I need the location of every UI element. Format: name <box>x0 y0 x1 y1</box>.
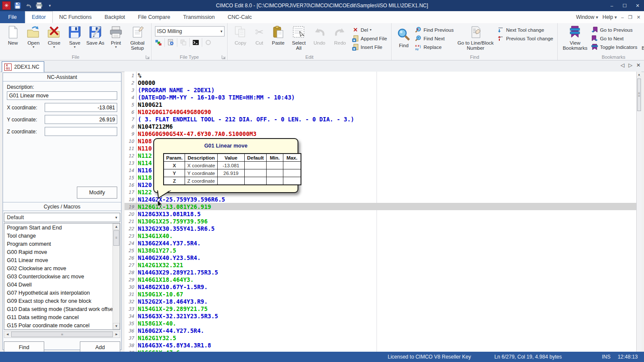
code-line[interactable]: 25 N138G1Y27.5 <box>125 247 636 254</box>
add-bookmark-button[interactable]: Add Bookmark <box>639 24 644 51</box>
quick-undo-icon[interactable] <box>24 2 32 9</box>
code-line[interactable]: 29 N146G1X18.464Y3. <box>125 276 636 283</box>
code-line[interactable]: 38 N164G3X-45.8Y34.3R1.8 <box>125 341 636 349</box>
scrollbar-thumb[interactable]: ≡ <box>113 230 119 246</box>
code-line[interactable]: 33 N154G1X-29.289Y21.75 <box>125 305 636 312</box>
goto-previous-bookmark-button[interactable]: Go to Previous <box>591 26 637 33</box>
code-line[interactable]: 6 N102G0G17G40G49G80G90 <box>125 108 636 115</box>
goto-line-button[interactable]: Go to Line/Block Number <box>456 24 496 51</box>
code-line[interactable]: 23 N134G1X40. <box>125 232 636 239</box>
document-tab[interactable]: XG1 2DEX1.NC <box>2 61 44 72</box>
description-input[interactable] <box>7 91 117 100</box>
file-type-group-launcher-icon[interactable] <box>222 54 226 59</box>
scroll-up-icon[interactable]: ▲ <box>637 72 641 77</box>
cycles-macros-list-item[interactable]: G09 Exact stop check for one block <box>4 297 113 305</box>
code-line[interactable]: 24 N136G2X44.Y37.5R4. <box>125 239 636 247</box>
code-line[interactable]: 36 N160G2X-44.Y27.5R4. <box>125 327 636 334</box>
help-menu[interactable]: Help ▾ <box>602 14 617 20</box>
close-file-button[interactable]: Close ▾ <box>44 24 64 49</box>
cycles-macros-list-item[interactable]: G11 Data setting mode cancel <box>4 313 113 321</box>
view-bookmarks-button[interactable]: View Bookmarks <box>560 24 589 51</box>
scroll-left-icon[interactable]: ◄ <box>4 331 11 338</box>
file-type-select[interactable]: ISO Milling ▾ <box>155 26 225 36</box>
cycles-macros-list-item[interactable]: G10 Data setting mode (Standard work off… <box>4 305 113 313</box>
editor-scrollbar-thumb[interactable]: ≡≡ <box>637 78 641 111</box>
code-line[interactable]: 7 ( 3. FLAT ENDMILL TOOL - 212 DIA. OFF.… <box>125 115 636 123</box>
code-line[interactable]: 28 N144G3X29.289Y21.75R3.5 <box>125 268 636 276</box>
x-coordinate-input[interactable] <box>45 103 117 112</box>
previous-tool-change-button[interactable]: Previous Tool change <box>498 35 553 42</box>
code-line[interactable]: 3 (PROGRAM NAME - 2DEX1) <box>125 86 636 94</box>
cycles-macros-list-item[interactable]: G00 Rapid move <box>4 248 113 256</box>
cycles-macros-list-item[interactable]: Program Start and End <box>4 223 113 232</box>
code-line[interactable]: 8 N104T212M6 <box>125 123 636 130</box>
minimize-button[interactable]: – <box>605 0 618 11</box>
cycles-list-scrollbar[interactable]: ▲ ≡ ▼ <box>112 223 120 329</box>
global-setup-button[interactable]: Global Setup <box>126 24 149 51</box>
code-line[interactable]: 2 O0000 <box>125 79 636 86</box>
code-line[interactable]: 22 N132G2X30.355Y41.5R6.5 <box>125 225 636 232</box>
tab-scroll-left-icon[interactable]: ◁ <box>620 62 624 68</box>
quick-access-dropdown-icon[interactable]: ▾ <box>46 2 54 9</box>
insert-file-button[interactable]: Insert File <box>352 43 387 51</box>
tab-close-icon[interactable]: ✕ <box>636 62 641 68</box>
code-line[interactable]: 5 N100G21 <box>125 101 636 108</box>
code-line[interactable]: 21 N130G1X25.759Y39.596 <box>125 217 636 225</box>
minimize-ribbon-icon[interactable]: – <box>621 15 624 20</box>
code-line[interactable]: 32 N152G2X-18.464Y3.R9. <box>125 298 636 305</box>
code-line[interactable]: 9 N106G0G90G54X-47.6Y30.7A0.S10000M3 <box>125 130 636 137</box>
dnc-terminal-icon[interactable] <box>192 39 199 46</box>
next-tool-change-button[interactable]: Next Tool change <box>498 26 553 33</box>
tab-scroll-right-icon[interactable]: ▷ <box>629 62 632 68</box>
paste-button[interactable]: Paste <box>268 24 289 46</box>
scroll-up-icon[interactable]: ▲ <box>113 223 120 230</box>
cycles-macros-list-item[interactable]: G07 Hypothetical axis interpolation <box>4 289 113 297</box>
code-line[interactable]: 20 N128G3X13.081R18.5 <box>125 210 636 217</box>
goto-next-bookmark-button[interactable]: Go to Next <box>591 35 637 42</box>
machine-type-icon[interactable] <box>155 39 162 46</box>
code-line[interactable]: 26 N140G2X40.Y23.5R4. <box>125 254 636 261</box>
replace-button[interactable]: xxxy Replace <box>415 43 453 51</box>
close-button[interactable]: ✕ <box>631 0 644 11</box>
select-all-button[interactable]: Select All <box>289 24 309 51</box>
menu-tab-file-compare[interactable]: File Compare <box>131 11 176 23</box>
code-line[interactable]: 39 N166G1X-47.6 <box>125 349 636 352</box>
open-button[interactable]: Open ▾ <box>23 24 44 49</box>
find-button[interactable]: Find <box>394 27 413 49</box>
cycles-macros-select[interactable]: Default ▾ <box>4 213 120 222</box>
new-button[interactable]: New <box>3 24 23 46</box>
find-next-button[interactable]: Find Next <box>415 35 453 42</box>
code-line[interactable]: 37 N162G1Y32.5 <box>125 334 636 341</box>
file-group-launcher-icon[interactable] <box>146 54 150 59</box>
save-button[interactable]: Save ▾ <box>64 24 85 49</box>
code-line[interactable]: 34 N156G3X-32.321Y23.5R3.5 <box>125 312 636 320</box>
code-line[interactable]: 1 % <box>125 72 636 79</box>
scroll-down-icon[interactable]: ▼ <box>113 323 120 329</box>
modify-button[interactable]: Modify <box>77 187 117 199</box>
file-type-settings-icon[interactable] <box>167 39 174 46</box>
save-as-button[interactable]: Save As <box>85 24 106 46</box>
delete-button[interactable]: ✕ Del ▾ <box>352 26 387 33</box>
code-editor[interactable]: 1 % 2 O0000 3 (PROGRAM NAME - 2DEX1) 4 (… <box>125 72 636 352</box>
menu-tab-transmission[interactable]: Transmission <box>176 11 221 23</box>
cycles-macros-list-item[interactable]: G02 Clockwise arc move <box>4 264 113 272</box>
print-button[interactable]: Print ▾ <box>106 24 126 49</box>
toggle-indicators-button[interactable]: Toggle Indicators <box>591 43 637 51</box>
find-previous-button[interactable]: Find Previous <box>415 26 453 33</box>
cycles-macros-list-item[interactable]: G04 Dwell <box>4 281 113 289</box>
code-line[interactable]: 4 (DATE=DD-MM-YY - 16-10-03 TIME=HH:MM -… <box>125 94 636 101</box>
code-line[interactable]: 27 N142G1X32.321 <box>125 261 636 268</box>
maximize-button[interactable]: ☐ <box>618 0 631 11</box>
quick-print-icon[interactable] <box>35 2 43 9</box>
cycles-list-hscrollbar[interactable]: ◄ ≡ ► <box>4 331 120 338</box>
y-coordinate-input[interactable] <box>45 115 117 124</box>
z-coordinate-input[interactable] <box>45 127 117 136</box>
close-document-icon[interactable]: ✕ <box>637 15 641 20</box>
cycles-macros-list-item[interactable]: Program comment <box>4 240 113 248</box>
menu-tab-backplot[interactable]: Backplot <box>98 11 131 23</box>
quick-save-icon[interactable] <box>14 2 21 9</box>
append-file-button[interactable]: Append File <box>352 35 387 42</box>
editor-scrollbar[interactable]: ▲ ≡≡ <box>636 72 641 352</box>
code-line[interactable]: 35 N158G1X-40. <box>125 320 636 327</box>
cycles-macros-list-item[interactable]: Tool change <box>4 232 113 240</box>
